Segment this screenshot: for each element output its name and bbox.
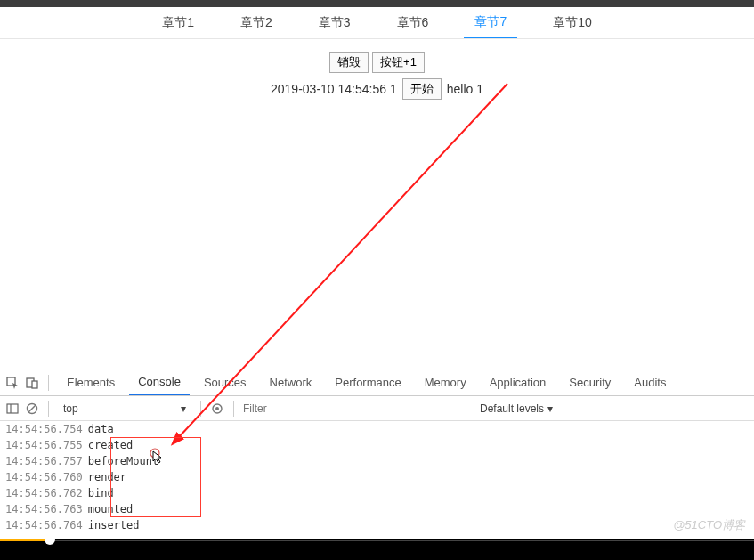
inspect-element-icon[interactable]: [5, 376, 20, 390]
console-log-row: 14:54:56.764inserted: [0, 517, 754, 533]
svg-line-7: [28, 405, 36, 412]
progress-fill: [0, 539, 49, 541]
progress-knob[interactable]: [45, 534, 55, 545]
tab-chapter-6[interactable]: 章节6: [386, 7, 440, 38]
context-label: top: [63, 402, 78, 415]
devtools-tab-elements[interactable]: Elements: [58, 369, 124, 395]
live-expression-icon[interactable]: [210, 402, 224, 416]
hello-text: hello 1: [447, 82, 483, 96]
devtools-tab-audits[interactable]: Audits: [625, 369, 675, 395]
separator: [200, 401, 201, 417]
chevron-down-icon: ▾: [181, 402, 186, 415]
tab-chapter-10[interactable]: 章节10: [542, 7, 603, 38]
devtools-tab-console[interactable]: Console: [129, 369, 190, 395]
watermark-text: @51CTO博客: [673, 517, 745, 533]
button-plus-one[interactable]: 按钮+1: [372, 52, 425, 73]
destroy-button[interactable]: 销毁: [329, 52, 369, 73]
chapter-tabs: 章节1 章节2 章节3 章节6 章节7 章节10: [0, 7, 754, 39]
levels-label: Default levels: [480, 402, 544, 415]
console-filter-input[interactable]: [243, 402, 474, 415]
console-log-row: 14:54:56.763mounted: [0, 501, 754, 517]
console-log-row: 14:54:56.755created: [0, 437, 754, 453]
separator: [233, 401, 234, 417]
devtools-tab-security[interactable]: Security: [560, 369, 620, 395]
devtools-tab-bar: Elements Console Sources Network Perform…: [0, 369, 754, 396]
console-log-row: 14:54:56.762bind: [0, 485, 754, 501]
console-log-row: 14:54:56.757beforeMount: [0, 453, 754, 469]
devtools-tab-sources[interactable]: Sources: [195, 369, 255, 395]
sidebar-toggle-icon[interactable]: [5, 402, 20, 416]
devtools-tab-network[interactable]: Network: [261, 369, 321, 395]
start-button[interactable]: 开始: [402, 78, 442, 100]
window-topbar: [0, 0, 754, 7]
console-log-row: 14:54:56.760render: [0, 469, 754, 485]
devtools-tab-performance[interactable]: Performance: [326, 369, 409, 395]
video-progress-bar[interactable]: [0, 539, 754, 560]
clear-console-icon[interactable]: [25, 402, 39, 416]
log-levels-select[interactable]: Default levels ▾: [480, 402, 553, 415]
tab-chapter-1[interactable]: 章节1: [151, 7, 205, 38]
console-log-row: 14:54:56.754data: [0, 421, 754, 437]
page-content: 销毁 按钮+1 2019-03-10 14:54:56 1 开始 hello 1: [0, 39, 754, 369]
execution-context-select[interactable]: top ▾: [58, 401, 191, 417]
separator: [48, 401, 49, 417]
separator: [48, 375, 49, 391]
tab-chapter-2[interactable]: 章节2: [230, 7, 283, 38]
console-toolbar: top ▾ Default levels ▾: [0, 396, 754, 421]
timestamp-text: 2019-03-10 14:54:56 1: [271, 82, 397, 96]
tab-chapter-7[interactable]: 章节7: [464, 7, 517, 38]
devtools-tab-memory[interactable]: Memory: [416, 369, 475, 395]
devtools-tab-application[interactable]: Application: [481, 369, 555, 395]
tab-chapter-3[interactable]: 章节3: [308, 7, 361, 38]
svg-point-9: [215, 407, 219, 410]
svg-rect-3: [32, 381, 37, 388]
progress-track: [49, 540, 754, 541]
devtools-panel: Elements Console Sources Network Perform…: [0, 369, 754, 533]
console-output: 14:54:56.754data 14:54:56.755created 14:…: [0, 421, 754, 533]
device-toggle-icon[interactable]: [25, 376, 39, 390]
chevron-down-icon: ▾: [547, 402, 553, 415]
svg-rect-4: [7, 404, 18, 413]
